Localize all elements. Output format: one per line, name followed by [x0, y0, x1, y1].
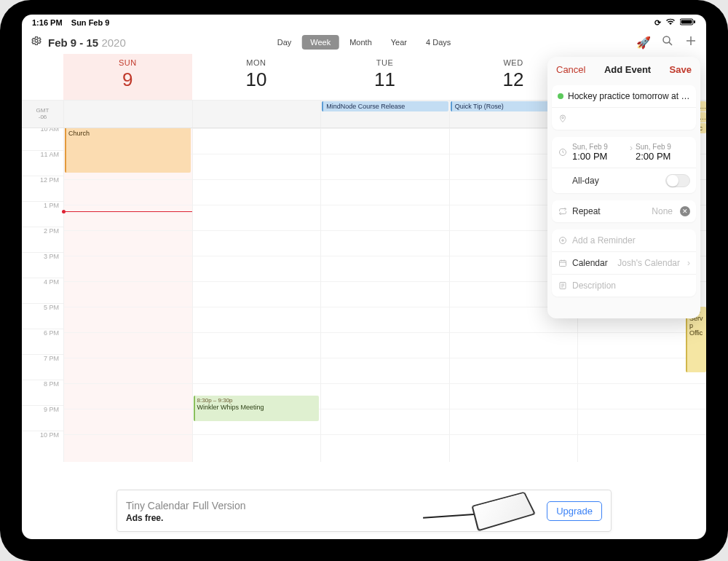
hour-label: 5 PM	[22, 303, 63, 329]
search-icon	[661, 34, 674, 47]
day-header-mon[interactable]: MON 10	[192, 54, 321, 100]
view-4days-button[interactable]: 4 Days	[417, 35, 459, 50]
search-button[interactable]	[661, 34, 674, 50]
ad-subtitle: Ads free.	[126, 513, 416, 523]
start-time-button[interactable]: Sun, Feb 9 1:00 PM	[572, 143, 627, 162]
cancel-button[interactable]: Cancel	[556, 64, 585, 75]
ipad-frame: 1:16 PM Sun Feb 9 ⟳ Feb 9 - 15 2	[0, 0, 728, 561]
svg-rect-1	[681, 20, 692, 24]
day-column-mon[interactable]: 8:30p – 9:30p Winkler Whips Meeting	[192, 128, 321, 462]
status-date: Sun Feb 9	[71, 18, 110, 27]
hour-label: 4 PM	[22, 278, 63, 303]
repeat-row[interactable]: Repeat None ✕	[552, 200, 696, 222]
view-year-button[interactable]: Year	[382, 35, 416, 50]
allday-event[interactable]: MindNode Course Release	[322, 101, 448, 111]
details-card: Add a Reminder Calendar Josh's Calendar …	[552, 230, 696, 297]
day-header-sun[interactable]: SUN 9	[63, 54, 192, 100]
plus-circle-icon	[558, 236, 568, 245]
timezone-label: GMT -06	[22, 101, 63, 128]
wifi-icon	[665, 18, 676, 27]
allday-mon[interactable]	[192, 101, 321, 128]
time-card: Sun, Feb 9 1:00 PM › Sun, Feb 9 2:00 PM …	[552, 137, 696, 193]
allday-toggle[interactable]	[665, 174, 690, 187]
hour-gutter: 10 AM 11 AM 12 PM 1 PM 2 PM 3 PM 4 PM 5 …	[22, 128, 63, 462]
allday-label: All-day	[572, 176, 599, 186]
date-range-display[interactable]: Feb 9 - 15 2020	[48, 36, 126, 49]
svg-rect-2	[694, 20, 695, 23]
orientation-lock-icon: ⟳	[654, 18, 661, 28]
svg-rect-13	[560, 261, 566, 267]
upgrade-icon[interactable]: 🚀	[636, 36, 651, 50]
event-title-input[interactable]: Hockey practice tomorrow at 9:…	[568, 91, 690, 101]
save-button[interactable]: Save	[670, 64, 692, 75]
calendar-select-row[interactable]: Calendar Josh's Calendar ›	[552, 251, 696, 274]
day-column-sun[interactable]: 9:45 – 11:45 Church	[63, 128, 192, 462]
add-event-popover: Cancel Add Event Save Hockey practice to…	[547, 57, 700, 318]
hour-label: 7 PM	[22, 354, 63, 380]
view-day-button[interactable]: Day	[269, 35, 301, 50]
end-time-button[interactable]: Sun, Feb 9 2:00 PM	[636, 143, 690, 162]
hour-label: 3 PM	[22, 252, 63, 278]
add-reminder-row[interactable]: Add a Reminder	[552, 230, 696, 251]
battery-icon	[680, 18, 696, 27]
calendar-color-dot	[558, 93, 563, 99]
view-segmented-control: Day Week Month Year 4 Days	[269, 35, 460, 50]
svg-line-5	[669, 42, 672, 45]
description-row[interactable]: Description	[552, 274, 696, 297]
clock-icon	[558, 148, 568, 157]
allday-tue[interactable]: MindNode Course Release	[320, 101, 449, 128]
ad-image	[423, 495, 539, 526]
hour-label: 12 PM	[22, 176, 63, 201]
repeat-icon	[558, 207, 568, 216]
status-bar: 1:16 PM Sun Feb 9 ⟳	[22, 15, 706, 31]
view-month-button[interactable]: Month	[341, 35, 381, 50]
repeat-card: Repeat None ✕	[552, 200, 696, 222]
hour-label: 11 AM	[22, 150, 63, 176]
plus-icon	[684, 34, 697, 47]
hour-label: 10 PM	[22, 431, 63, 456]
hour-label: 9 PM	[22, 405, 63, 431]
hour-label: 2 PM	[22, 227, 63, 252]
event-winkler[interactable]: 8:30p – 9:30p Winkler Whips Meeting	[194, 396, 320, 421]
svg-point-4	[663, 36, 670, 43]
upgrade-banner: Tiny Calendar Full Version Ads free. Upg…	[116, 490, 612, 532]
current-time-indicator	[64, 211, 192, 212]
day-column-tue[interactable]	[320, 128, 449, 462]
hour-label: 10 AM	[22, 128, 63, 150]
chevron-right-icon: ›	[627, 143, 636, 162]
svg-point-8	[562, 117, 564, 119]
calendar-icon	[558, 259, 568, 267]
upgrade-button[interactable]: Upgrade	[547, 501, 602, 521]
location-input[interactable]	[572, 114, 690, 124]
event-church[interactable]: 9:45 – 11:45 Church	[65, 128, 191, 173]
add-event-button[interactable]	[684, 34, 697, 50]
location-icon	[558, 114, 568, 123]
status-time: 1:16 PM	[32, 18, 63, 27]
title-location-card: Hockey practice tomorrow at 9:…	[552, 85, 696, 130]
view-week-button[interactable]: Week	[301, 35, 339, 50]
app-toolbar: Feb 9 - 15 2020 Day Week Month Year 4 Da…	[22, 31, 706, 54]
screen: 1:16 PM Sun Feb 9 ⟳ Feb 9 - 15 2	[22, 15, 706, 539]
settings-button[interactable]	[31, 35, 42, 50]
chevron-right-icon: ›	[687, 258, 690, 268]
day-header-tue[interactable]: TUE 11	[320, 54, 449, 100]
popover-title: Add Event	[604, 64, 651, 75]
hour-label: 1 PM	[22, 201, 63, 227]
hour-label: 6 PM	[22, 329, 63, 354]
allday-sun[interactable]	[63, 101, 192, 128]
gear-icon	[31, 35, 42, 47]
notes-icon	[558, 281, 568, 290]
hour-label: 8 PM	[22, 380, 63, 405]
ad-title: Tiny Calendar Full Version	[126, 498, 416, 513]
clear-repeat-button[interactable]: ✕	[680, 206, 690, 216]
svg-point-3	[35, 39, 38, 42]
